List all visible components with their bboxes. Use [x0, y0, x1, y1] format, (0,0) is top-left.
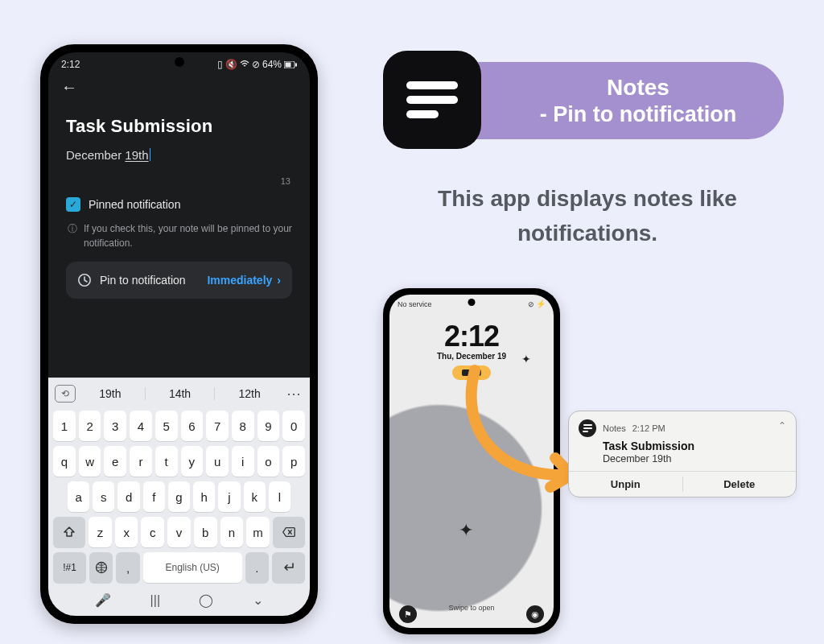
pinned-hint-text: If you check this, your note will be pin…: [84, 221, 292, 250]
sparkle-icon: ✦: [521, 353, 531, 365]
key-p[interactable]: p: [282, 446, 305, 477]
notification-app-icon: [579, 419, 596, 437]
char-count: 13: [66, 162, 292, 197]
svg-rect-1: [286, 62, 291, 67]
key-q[interactable]: q: [53, 446, 76, 477]
unpin-button[interactable]: Unpin: [569, 472, 682, 497]
tagline-text: This app displays notes like notificatio…: [386, 181, 789, 251]
key-x[interactable]: x: [115, 517, 138, 547]
backspace-key[interactable]: [273, 517, 305, 547]
key-o[interactable]: o: [258, 446, 280, 477]
key-l[interactable]: l: [269, 481, 290, 512]
notification-card[interactable]: Notes 2:12 PM ⌄ Task Submission December…: [568, 411, 797, 497]
key-row-mid: a s d f g h j k l: [53, 481, 305, 512]
status-time: 2:12: [61, 59, 80, 70]
key-4[interactable]: 4: [130, 411, 152, 441]
shift-key[interactable]: [53, 517, 85, 547]
mic-icon[interactable]: 🎤: [95, 592, 111, 608]
pin-row-label: Pin to notification: [100, 274, 186, 287]
note-body-input[interactable]: December 19th: [66, 148, 292, 162]
symbols-key[interactable]: !#1: [53, 552, 86, 583]
key-r[interactable]: r: [130, 446, 152, 477]
key-t[interactable]: t: [155, 446, 178, 477]
clock-icon: [77, 273, 92, 287]
android-nav-bar: 🎤 ||| ◯ ⌄: [53, 588, 305, 609]
key-v[interactable]: v: [167, 517, 191, 547]
key-row-top: q w e r t y u i o p: [53, 446, 305, 477]
lock-clock-area: 2:12 Thu, December 19: [389, 308, 554, 380]
key-y[interactable]: y: [181, 446, 204, 477]
key-c[interactable]: c: [141, 517, 164, 547]
pin-row-value: Immediately: [207, 274, 272, 287]
enter-key[interactable]: [272, 552, 305, 583]
suggestion-3[interactable]: 12th: [221, 387, 278, 400]
key-e[interactable]: e: [104, 446, 126, 477]
nav-back[interactable]: ⌄: [253, 592, 263, 608]
lock-dock: ⚑ ◉: [389, 605, 554, 623]
key-row-space: !#1 , English (US) .: [53, 552, 305, 583]
editor-phone-screen: 2:12 ▯ 🔇 ⊘ 64% ← Task Submission Decembe…: [48, 52, 310, 616]
key-g[interactable]: g: [168, 481, 190, 512]
note-title-input[interactable]: Task Submission: [66, 116, 292, 137]
notification-body: December 19th: [603, 453, 786, 464]
key-n[interactable]: n: [220, 517, 244, 547]
nav-recents[interactable]: |||: [150, 593, 160, 608]
key-z[interactable]: z: [89, 517, 112, 547]
key-a[interactable]: a: [68, 481, 89, 512]
lock-status-right: ⊘ ⚡: [528, 299, 546, 308]
chevron-right-icon: ›: [277, 274, 281, 287]
key-s[interactable]: s: [93, 481, 114, 512]
charging-icon: ⚡: [536, 299, 546, 308]
key-3[interactable]: 3: [104, 411, 126, 441]
comma-key[interactable]: ,: [116, 552, 139, 583]
flashlight-icon[interactable]: ⚑: [399, 605, 417, 623]
status-right: ▯ 🔇 ⊘ 64%: [217, 59, 297, 70]
app-logo-icon: [383, 51, 481, 149]
mute-icon: 🔇: [225, 59, 237, 70]
notification-pill-highlight[interactable]: [452, 365, 491, 380]
delete-button[interactable]: Delete: [683, 472, 797, 497]
clipboard-icon[interactable]: ⟲: [55, 385, 76, 402]
key-0[interactable]: 0: [282, 411, 305, 441]
key-9[interactable]: 9: [258, 411, 280, 441]
key-2[interactable]: 2: [79, 411, 101, 441]
key-w[interactable]: w: [79, 446, 101, 477]
key-h[interactable]: h: [193, 481, 215, 512]
key-7[interactable]: 7: [206, 411, 229, 441]
wifi-icon: [240, 60, 249, 68]
key-8[interactable]: 8: [232, 411, 254, 441]
key-1[interactable]: 1: [53, 411, 76, 441]
key-b[interactable]: b: [194, 517, 217, 547]
back-button[interactable]: ←: [61, 78, 77, 96]
text-caret: [150, 148, 150, 161]
more-suggestions-icon[interactable]: ⋯: [284, 389, 303, 398]
suggestion-2[interactable]: 14th: [152, 387, 208, 400]
app-top-bar: ←: [48, 73, 310, 100]
suggestion-1[interactable]: 19th: [82, 387, 138, 400]
pinned-checkbox-row[interactable]: ✓ Pinned notification: [66, 197, 292, 212]
checkbox-checked-icon[interactable]: ✓: [66, 197, 80, 212]
nav-home[interactable]: ◯: [199, 592, 213, 608]
info-icon: ⓘ: [68, 221, 77, 250]
period-key[interactable]: .: [245, 552, 269, 583]
key-k[interactable]: k: [244, 481, 266, 512]
globe-key[interactable]: [89, 552, 113, 583]
key-d[interactable]: d: [117, 481, 139, 512]
notification-header: Notes 2:12 PM: [579, 419, 786, 437]
dnd-icon: ⊘: [252, 59, 260, 70]
key-j[interactable]: j: [218, 481, 240, 512]
key-5[interactable]: 5: [155, 411, 178, 441]
key-f[interactable]: f: [143, 481, 165, 512]
camera-icon[interactable]: ◉: [526, 605, 544, 623]
key-m[interactable]: m: [246, 517, 270, 547]
space-key[interactable]: English (US): [143, 552, 242, 583]
pinned-hint: ⓘ If you check this, your note will be p…: [66, 212, 292, 262]
key-u[interactable]: u: [206, 446, 229, 477]
pin-to-notification-row[interactable]: Pin to notification Immediately ›: [66, 262, 292, 299]
key-i[interactable]: i: [232, 446, 254, 477]
note-body-underlined: 19th: [125, 148, 148, 162]
suggestion-bar: ⟲ 19th 14th 12th ⋯: [53, 383, 305, 406]
key-6[interactable]: 6: [181, 411, 204, 441]
dnd-icon: ⊘: [528, 300, 534, 308]
chevron-down-icon[interactable]: ⌄: [778, 419, 786, 431]
